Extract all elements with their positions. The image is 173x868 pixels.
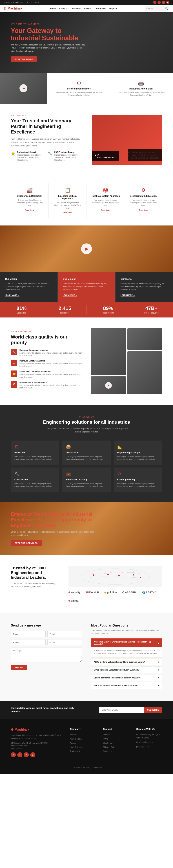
contact-email-input[interactable] — [47, 631, 82, 637]
newsletter-subscribe-button[interactable]: SUBSCRIBE — [144, 707, 162, 713]
footer-company-link-3: News & Updates — [70, 746, 96, 748]
twitter-icon[interactable]: t — [157, 1, 161, 4]
motto-link[interactable]: LEARN MORE → — [121, 294, 135, 297]
faq-question-1[interactable]: At Do Eleifend Volutpat Integer Nulla Eu… — [91, 659, 162, 665]
bullet-2: Holistic Solutions Approach — [131, 154, 159, 156]
video-play-button[interactable] — [81, 244, 92, 254]
who-right: 25+ Years of Experience Cutting Edge Exp… — [92, 115, 162, 165]
who-stats-number: 25+ — [95, 153, 116, 156]
cta-button[interactable]: EXPLORE SERVICES — [11, 540, 42, 546]
eng-card-1: 📦 Procurement Duis augue puctment lobort… — [62, 440, 110, 465]
youtube-icon[interactable]: ▶ — [166, 1, 169, 4]
footer-tw-icon[interactable]: t — [17, 752, 22, 757]
nav-logo[interactable]: ⚙ Machinex — [4, 7, 22, 10]
faq-question-3[interactable]: Egests porni labris concentrate aperion … — [91, 675, 162, 681]
search-icon[interactable]: 🔍 — [165, 7, 168, 10]
footer-yt-icon[interactable]: ▶ — [30, 752, 35, 757]
footer-support-heading: Support — [103, 728, 129, 731]
cta-title: Empower Your Future with Industrial Exce… — [11, 512, 101, 528]
search-input[interactable] — [146, 7, 164, 10]
faq-subtitle: Lorem ipsum dolor sit amet consectetur a… — [91, 629, 162, 635]
newsletter-email-input[interactable] — [99, 707, 144, 713]
service-link-0[interactable]: Read More — [25, 209, 34, 211]
who-experts: 👷 Professional Expert True concept thoug… — [11, 151, 81, 165]
eng-title: Engineering solutions for all industries — [11, 420, 162, 425]
eng-card-title-5: Civil Engineering — [117, 478, 158, 481]
faq-chevron-4: ▼ — [158, 685, 159, 687]
faq-answer-0: In molestias aut molestiae rerum corrupt… — [91, 647, 162, 657]
hero-cta-button[interactable]: EXPLORE MORE — [11, 56, 37, 62]
quality-img-2: ▶ — [91, 376, 126, 394]
video-banner — [0, 225, 173, 272]
contact-submit-button[interactable]: SUBMIT — [11, 664, 27, 670]
faq-question-2[interactable]: Vivus Hendrerit Vulputate Sollicitudin E… — [91, 666, 162, 673]
quality-item-0: 🔧 Extended Equipment Lifespan Lorem ipsu… — [11, 349, 82, 357]
service-link-3[interactable]: Read More — [139, 209, 148, 211]
topbar: support@machinex.com +000-2233-754 f t i… — [0, 0, 173, 5]
partner-logos: velocity FOXHUB ◆ goldline ⬡ ASGARIA 🌍 E… — [69, 591, 162, 602]
nav-home[interactable]: Home — [50, 7, 56, 10]
contact-phone-input[interactable] — [11, 639, 46, 645]
footer-connect-phone: (800) 555-5650 — [136, 745, 162, 748]
service-link-2[interactable]: Read More — [101, 209, 110, 211]
service-card-2: 🎯 Holistic & custom Approach True concep… — [86, 183, 124, 218]
footer-company-link-4: Testimonials — [70, 750, 96, 752]
eng-icon-0: 🏗 — [15, 444, 56, 450]
eng-grid: 🏗 Fabrication Duis augue puctment lobort… — [11, 440, 162, 492]
topbar-phone[interactable]: +000-2233-754 — [27, 1, 39, 3]
vision-link[interactable]: LEARN MORE → — [5, 294, 20, 297]
service-link-1[interactable]: Read More — [63, 212, 72, 214]
features-row: ⚙ Precision Performance Lorem ipsum dolo… — [0, 73, 173, 104]
nav-contact[interactable]: Contact Us — [95, 7, 106, 10]
footer-support-links: Email Us FAQ's Blog & News Shipping Poli… — [103, 733, 129, 752]
contact-subject-input[interactable] — [47, 639, 82, 645]
who-description: Nam sed laoreet lacus. Quisque facilisis… — [11, 137, 81, 147]
contact-message-input[interactable] — [11, 648, 82, 662]
eng-card-desc-2: Duis augue puctment lobortis ntqua porpa… — [117, 455, 158, 461]
services-row: 🏭 Experience & Dedication True concept t… — [0, 176, 173, 225]
quality-icon-1: 🛡 — [11, 360, 17, 366]
quality-play-btn[interactable]: ▶ — [105, 382, 112, 389]
facebook-icon[interactable]: f — [153, 1, 156, 4]
quality-title: World class quality is our priority — [11, 334, 82, 345]
play-button[interactable] — [20, 84, 27, 92]
footer-fb-icon[interactable]: f — [11, 752, 16, 757]
footer-social: f t in ▶ — [11, 752, 63, 757]
linkedin-icon[interactable]: in — [162, 1, 165, 4]
stat-satisfaction: 81% Satisfaction — [0, 305, 43, 314]
contact-form: Send us a message SUBMIT — [11, 624, 82, 690]
footer-in-icon[interactable]: in — [24, 752, 29, 757]
feature-precision-desc: Lorem ipsum dolor sit amet, consectetur … — [52, 91, 105, 96]
main-nav: ⚙ Machinex Home About Us Services Projec… — [0, 5, 173, 12]
footer-address: 64 Cromeline Way Ph 12, New York, NY 100… — [11, 742, 63, 749]
who-bullets-overlay: Cutting Edge Expertise Holistic Solution… — [128, 149, 162, 161]
stat-progress: 2,415 In Progress — [43, 305, 86, 314]
footer-connect-email: info@machinex.com — [136, 741, 162, 744]
who-label: WHO WE ARE — [11, 115, 81, 117]
nav-pages[interactable]: Pages ▾ — [109, 7, 118, 10]
who-expert-professional: 👷 Professional Expert True concept thoug… — [11, 151, 44, 165]
stat-label-0: Satisfaction — [0, 312, 43, 314]
who-bullets-list: Cutting Edge Expertise Holistic Solution… — [131, 151, 159, 159]
motto-desc: Lorem ipsum dolor sit, amet consectetur … — [121, 282, 168, 291]
nav-project[interactable]: Project — [84, 7, 92, 10]
mission-link[interactable]: LEARN MORE → — [63, 294, 77, 297]
topbar-email[interactable]: support@machinex.com — [4, 1, 23, 3]
world-map — [69, 566, 162, 587]
who-stats-label: Years of Experience — [95, 156, 116, 159]
contact-name-input[interactable] — [11, 631, 46, 637]
stat-label-1: In Progress — [43, 312, 86, 314]
footer-support-link-1: FAQ's — [103, 737, 129, 740]
nav-services[interactable]: Services — [72, 7, 81, 10]
partners-title: Trusted by 25,000+ Engineering and Indus… — [11, 566, 58, 580]
faq-question-0[interactable]: Wo do we assist to work workplace assist… — [91, 639, 162, 647]
faq-question-4[interactable]: Natus vel ultrices sollicitudin pulvinar… — [91, 682, 162, 689]
quality-label: WHAT STANDS US — [11, 331, 82, 333]
footer-connect-address: 64 Cromeline Way Ph 12, New York, NY 100… — [136, 733, 162, 739]
partner-amara: amara — [69, 599, 78, 602]
nav-about[interactable]: About Us — [59, 7, 69, 10]
who-title: Your Trusted and Visionary Partner in En… — [11, 118, 81, 135]
features-image — [0, 73, 47, 104]
nav-links: Home About Us Services Project Contact U… — [50, 7, 118, 10]
newsletter-text: Stay updated with our latest news, promo… — [11, 706, 74, 713]
